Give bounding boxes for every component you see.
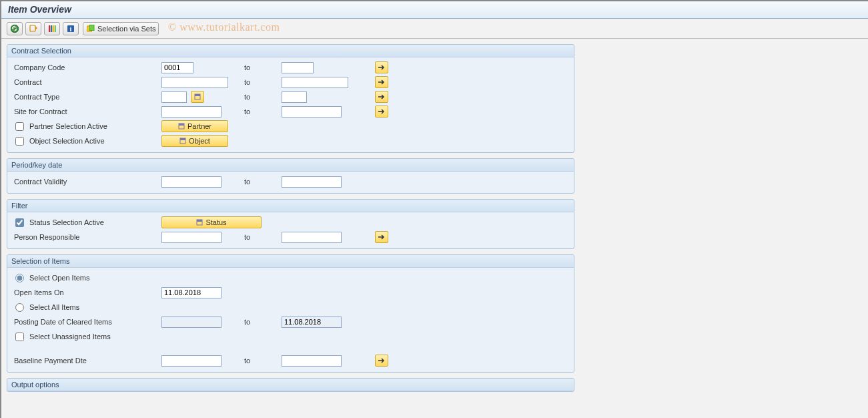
validity-to-input[interactable] [282,176,342,188]
contract-multi-button[interactable] [375,76,388,88]
person-from-input[interactable] [161,232,222,243]
company-code-to-input[interactable] [282,62,314,73]
to-label: to [242,78,282,86]
object-button[interactable]: Object [161,135,228,147]
baseline-from-input[interactable] [161,355,222,367]
filter-title: Filter [7,200,574,212]
contract-type-f4-button[interactable] [191,91,204,103]
unassigned-checkbox[interactable] [15,333,24,341]
contract-selection-group: Contract Selection Company Code to Contr… [7,44,574,153]
selection-via-sets-button[interactable]: Selection via Sets [83,22,159,35]
person-multi-button[interactable] [375,231,388,243]
watermark-text: © www.tutorialkart.com [168,21,280,33]
site-label: Site for Contract [11,108,161,116]
person-to-input[interactable] [282,232,342,243]
partner-button[interactable]: Partner [161,120,228,132]
company-code-multi-button[interactable] [375,61,388,73]
contract-type-multi-button[interactable] [375,91,388,103]
object-selection-checkbox[interactable] [15,137,24,146]
posting-date-to-input[interactable] [282,317,342,328]
arrow-right-icon [378,108,386,115]
posting-date-from-input[interactable] [161,317,222,328]
person-label: Person Responsible [11,233,161,241]
period-title: Period/key date [7,159,574,172]
site-multi-button[interactable] [375,106,388,118]
application-toolbar: i Selection via Sets © www.tutorialkart.… [1,19,868,39]
svg-rect-7 [55,25,56,32]
object-selection-label: Object Selection Active [29,137,105,145]
expand-icon [196,219,203,226]
svg-rect-19 [197,220,202,222]
open-on-label: Open Items On [11,288,161,296]
variant-icon [29,24,38,33]
baseline-to-input[interactable] [282,355,342,367]
status-button[interactable]: Status [161,216,262,228]
contract-type-from-input[interactable] [161,91,187,103]
output-group: Output options [7,378,574,392]
svg-rect-15 [179,124,184,126]
stripes-icon [47,24,57,33]
to-label: to [242,93,282,101]
company-code-from-input[interactable] [161,62,193,73]
color-legend-button[interactable] [44,22,60,35]
company-code-label: Company Code [11,63,161,71]
contract-type-label: Contract Type [11,93,161,101]
status-selection-checkbox[interactable] [15,218,24,227]
contract-from-input[interactable] [161,77,228,88]
info-button[interactable]: i [63,22,79,35]
to-label: to [242,63,282,71]
open-items-radio[interactable] [15,274,24,282]
filter-group: Filter Status Selection Active Status Pe… [7,199,574,249]
contract-type-to-input[interactable] [282,91,307,103]
svg-rect-11 [89,25,94,30]
contract-label: Contract [11,78,161,86]
to-label: to [242,108,282,116]
page-title: Item Overview [1,1,868,19]
contract-to-input[interactable] [282,77,348,88]
all-items-radio[interactable] [15,303,24,312]
baseline-label: Baseline Payment Dte [11,357,161,365]
svg-rect-4 [49,25,50,32]
partner-selection-label: Partner Selection Active [29,122,107,130]
contract-selection-title: Contract Selection [7,45,574,57]
search-help-icon [194,93,201,100]
arrow-right-icon [378,79,386,85]
items-group: Selection of Items Select Open Items Ope… [7,254,574,373]
status-selection-label: Status Selection Active [29,218,104,226]
svg-text:i: i [70,25,72,33]
svg-rect-5 [51,25,52,32]
to-label: to [242,233,282,241]
object-button-label: Object [189,137,210,145]
period-group: Period/key date Contract Validity to [7,158,574,194]
arrow-right-icon [378,357,386,364]
to-label: to [242,357,282,365]
baseline-multi-button[interactable] [375,355,388,367]
svg-rect-17 [180,138,185,140]
expand-icon [178,123,185,130]
site-to-input[interactable] [282,106,342,118]
selection-via-sets-label: Selection via Sets [97,25,155,33]
items-title: Selection of Items [7,255,574,268]
get-variant-button[interactable] [25,22,41,35]
site-from-input[interactable] [161,106,222,118]
open-on-input[interactable] [161,287,222,298]
partner-selection-checkbox[interactable] [15,122,24,131]
to-label: to [242,178,282,186]
partner-button-label: Partner [187,122,211,130]
info-icon: i [66,24,75,33]
to-label: to [242,318,282,326]
validity-label: Contract Validity [11,178,161,186]
svg-rect-3 [30,25,35,31]
arrow-right-icon [378,64,386,71]
status-button-label: Status [205,218,226,226]
expand-icon [179,138,186,144]
arrow-right-icon [378,234,386,240]
execute-button[interactable] [7,22,23,35]
validity-from-input[interactable] [161,176,222,188]
unassigned-label: Select Unassigned Items [29,333,111,341]
open-items-label: Select Open Items [29,274,90,282]
output-title: Output options [7,379,574,391]
svg-rect-6 [53,25,54,32]
arrow-right-icon [378,93,386,100]
sets-icon [86,24,95,33]
